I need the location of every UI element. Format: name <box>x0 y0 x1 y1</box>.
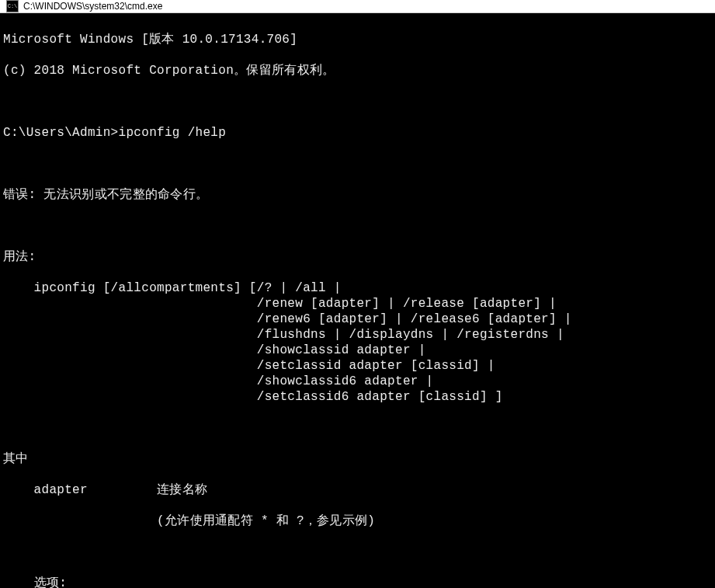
cmd-window: C:\WINDOWS\system32\cmd.exe Microsoft Wi… <box>0 0 715 588</box>
options-header: 选项: <box>3 576 713 588</box>
window-title: C:\WINDOWS\system32\cmd.exe <box>23 1 162 12</box>
blank-line <box>3 156 713 172</box>
usage-line: /renew [adapter] | /release [adapter] | <box>3 296 713 311</box>
blank-line <box>3 420 713 436</box>
usage-line: /showclassid adapter | <box>3 343 713 358</box>
blank-line <box>3 94 713 110</box>
usage-line: ipconfig [/allcompartments] [/? | /all | <box>3 280 713 296</box>
titlebar[interactable]: C:\WINDOWS\system32\cmd.exe <box>0 0 715 13</box>
terminal-area[interactable]: Microsoft Windows [版本 10.0.17134.706] (c… <box>0 13 715 588</box>
adapter-desc: (允许使用通配符 * 和 ?，参见示例) <box>3 513 713 529</box>
usage-line: /setclassid adapter [classid] | <box>3 358 713 374</box>
usage-line: /renew6 [adapter] | /release6 [adapter] … <box>3 311 713 327</box>
usage-block: ipconfig [/allcompartments] [/? | /all |… <box>3 280 713 405</box>
adapter-desc: adapter 连接名称 <box>3 482 713 498</box>
banner-line: Microsoft Windows [版本 10.0.17134.706] <box>3 32 713 47</box>
prompt: C:\Users\Admin> <box>3 126 119 140</box>
prompt-line: C:\Users\Admin>ipconfig /help <box>3 125 713 141</box>
cmd-icon <box>6 0 19 12</box>
blank-line <box>3 545 713 560</box>
blank-line <box>3 218 713 234</box>
banner-line: (c) 2018 Microsoft Corporation。保留所有权利。 <box>3 63 713 78</box>
usage-line: /showclassid6 adapter | <box>3 374 713 389</box>
error-line: 错误: 无法识别或不完整的命令行。 <box>3 187 713 203</box>
usage-header: 用法: <box>3 249 713 265</box>
where-header: 其中 <box>3 451 713 467</box>
typed-command: ipconfig /help <box>119 126 227 140</box>
usage-line: /flushdns | /displaydns | /registerdns | <box>3 327 713 343</box>
usage-line: /setclassid6 adapter [classid] ] <box>3 389 713 405</box>
